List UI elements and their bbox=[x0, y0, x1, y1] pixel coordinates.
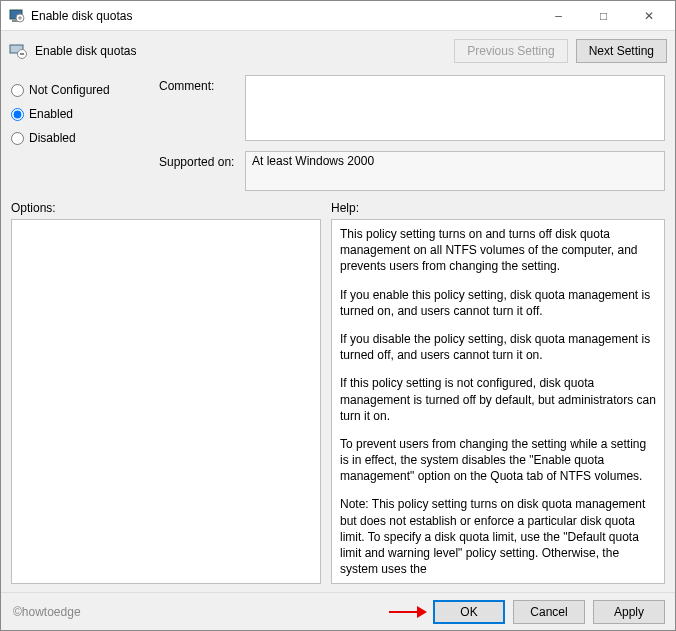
previous-setting-button[interactable]: Previous Setting bbox=[454, 39, 567, 63]
apply-button[interactable]: Apply bbox=[593, 600, 665, 624]
panel-labels: Options: Help: bbox=[1, 199, 675, 219]
policy-dialog-window: Enable disk quotas – □ ✕ Enable disk quo… bbox=[0, 0, 676, 631]
maximize-button[interactable]: □ bbox=[581, 2, 626, 30]
close-button[interactable]: ✕ bbox=[626, 2, 671, 30]
supported-on-text: At least Windows 2000 bbox=[252, 154, 374, 168]
radio-disabled[interactable]: Disabled bbox=[11, 131, 153, 145]
policy-title: Enable disk quotas bbox=[35, 44, 136, 58]
help-paragraph: If you disable the policy setting, disk … bbox=[340, 331, 656, 363]
state-radio-group: Not Configured Enabled Disabled bbox=[11, 75, 153, 191]
radio-not-configured-input[interactable] bbox=[11, 84, 24, 97]
options-label: Options: bbox=[11, 201, 331, 215]
help-paragraph: If you enable this policy setting, disk … bbox=[340, 287, 656, 319]
footer: ©howtoedge OK Cancel Apply bbox=[1, 592, 675, 630]
help-paragraph: Note: This policy setting turns on disk … bbox=[340, 496, 656, 577]
radio-not-configured-label: Not Configured bbox=[29, 83, 110, 97]
comment-textarea[interactable] bbox=[245, 75, 665, 141]
radio-enabled-label: Enabled bbox=[29, 107, 73, 121]
radio-disabled-input[interactable] bbox=[11, 132, 24, 145]
svg-rect-5 bbox=[20, 53, 24, 55]
help-label: Help: bbox=[331, 201, 359, 215]
help-panel[interactable]: This policy setting turns on and turns o… bbox=[331, 219, 665, 584]
radio-disabled-label: Disabled bbox=[29, 131, 76, 145]
header-strip: Enable disk quotas Previous Setting Next… bbox=[1, 31, 675, 71]
radio-enabled[interactable]: Enabled bbox=[11, 107, 153, 121]
radio-enabled-input[interactable] bbox=[11, 108, 24, 121]
cancel-button[interactable]: Cancel bbox=[513, 600, 585, 624]
annotation-arrow bbox=[389, 606, 427, 618]
window-title: Enable disk quotas bbox=[31, 9, 132, 23]
radio-not-configured[interactable]: Not Configured bbox=[11, 83, 153, 97]
options-panel bbox=[11, 219, 321, 584]
watermark-text: ©howtoedge bbox=[13, 605, 81, 619]
panels-row: This policy setting turns on and turns o… bbox=[1, 219, 675, 592]
supported-on-label: Supported on: bbox=[159, 151, 239, 191]
next-setting-button[interactable]: Next Setting bbox=[576, 39, 667, 63]
help-paragraph: To prevent users from changing the setti… bbox=[340, 436, 656, 485]
policy-icon bbox=[9, 8, 25, 24]
help-paragraph: If this policy setting is not configured… bbox=[340, 375, 656, 424]
config-area: Not Configured Enabled Disabled Comment:… bbox=[1, 71, 675, 199]
titlebar: Enable disk quotas – □ ✕ bbox=[1, 1, 675, 31]
supported-on-box: At least Windows 2000 bbox=[245, 151, 665, 191]
help-paragraph: This policy setting turns on and turns o… bbox=[340, 226, 656, 275]
ok-button[interactable]: OK bbox=[433, 600, 505, 624]
policy-icon bbox=[9, 42, 27, 60]
comment-label: Comment: bbox=[159, 75, 239, 141]
minimize-button[interactable]: – bbox=[536, 2, 581, 30]
